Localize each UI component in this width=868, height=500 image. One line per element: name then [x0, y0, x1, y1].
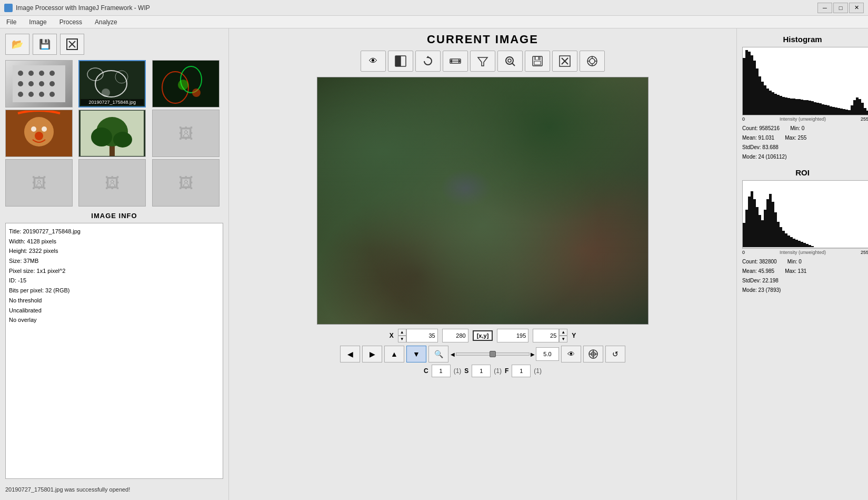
menu-image[interactable]: Image: [27, 17, 48, 27]
close-image-toolbar-button[interactable]: [552, 51, 577, 72]
minimize-button[interactable]: ─: [817, 3, 832, 13]
menu-analyze[interactable]: Analyze: [93, 17, 119, 27]
current-image-title: CURRENT IMAGE: [427, 33, 538, 46]
x-spin-up[interactable]: ▲: [398, 329, 406, 336]
hist-axis-max: 255: [861, 116, 868, 122]
hist-mean: Mean: 91.031: [742, 133, 774, 143]
rotate-button[interactable]: [415, 51, 441, 72]
x-spinners[interactable]: ▲ ▼: [398, 329, 406, 342]
status-bar: 20190727_175801.jpg was successfully ope…: [5, 484, 223, 495]
filter-button[interactable]: [470, 51, 495, 72]
menu-file[interactable]: File: [4, 17, 18, 27]
svg-point-14: [39, 92, 44, 97]
svg-rect-120: [753, 199, 756, 249]
thumbnail-7[interactable]: 🖼: [5, 159, 73, 207]
prev-icon: ◀: [347, 350, 353, 358]
zoom-search-button[interactable]: [497, 51, 523, 72]
zoom-slider[interactable]: [456, 352, 530, 356]
hist-min: Min: 0: [790, 124, 804, 133]
svg-point-25: [192, 89, 201, 97]
thumbnail-2[interactable]: 20190727_175848.jpg: [78, 60, 146, 107]
svg-rect-68: [748, 52, 751, 115]
zoom-button[interactable]: 🔍: [428, 346, 448, 362]
view-button[interactable]: 👁: [361, 51, 386, 72]
thumbnail-9[interactable]: 🖼: [152, 159, 220, 207]
svg-rect-125: [766, 199, 769, 249]
floppy-icon: [532, 55, 543, 67]
svg-rect-112: [864, 108, 866, 115]
zoom-value-input[interactable]: 5.0: [536, 347, 559, 361]
thumbnail-1[interactable]: [5, 60, 73, 107]
settings-button[interactable]: [580, 51, 605, 72]
svg-rect-104: [843, 109, 845, 115]
svg-point-19: [102, 89, 110, 97]
histogram-svg: [743, 47, 868, 115]
svg-point-45: [506, 57, 513, 64]
svg-rect-90: [806, 100, 809, 115]
svg-rect-98: [827, 105, 830, 115]
svg-line-46: [512, 63, 515, 66]
f-input[interactable]: 1: [512, 365, 531, 377]
maximize-button[interactable]: □: [833, 3, 848, 13]
s-max: (1): [494, 367, 502, 375]
overlay-button[interactable]: [583, 346, 603, 362]
down-button[interactable]: ▼: [406, 346, 426, 362]
roi-title: ROI: [795, 168, 810, 177]
down-icon: ▼: [413, 350, 420, 358]
svg-point-8: [18, 81, 23, 86]
info-line-2: Width: 4128 pixels: [9, 237, 220, 247]
z-spin-up[interactable]: ▲: [559, 329, 567, 336]
left-panel: 📂 💾: [0, 28, 229, 500]
c-input[interactable]: 1: [432, 365, 451, 377]
roi-min: Min: 0: [787, 257, 802, 267]
svg-rect-126: [769, 194, 772, 249]
overlay-icon: [588, 349, 598, 359]
view-nav-button[interactable]: 👁: [561, 346, 581, 362]
svg-rect-38: [395, 56, 401, 66]
thumbnail-8[interactable]: 🖼: [78, 159, 146, 207]
save-button[interactable]: 💾: [33, 34, 57, 55]
next-button[interactable]: ▶: [362, 346, 382, 362]
y-coord-input[interactable]: 195: [497, 329, 528, 342]
thumbnail-6[interactable]: 🖼: [152, 110, 220, 157]
thumbnail-3[interactable]: [152, 60, 220, 107]
close-image-button[interactable]: [60, 34, 84, 55]
window-controls[interactable]: ─ □ ✕: [817, 3, 864, 13]
flip-button[interactable]: [443, 51, 468, 72]
svg-rect-66: [743, 58, 745, 115]
save-image-button[interactable]: [525, 51, 550, 72]
thumbnail-grid: 20190727_175848.jpg: [5, 60, 223, 207]
z-spin-down[interactable]: ▼: [559, 336, 567, 342]
z-spinners[interactable]: ▲ ▼: [559, 329, 567, 342]
reset-button[interactable]: ↺: [605, 346, 625, 362]
contrast-button[interactable]: [388, 51, 413, 72]
prev-button[interactable]: ◀: [340, 346, 360, 362]
main-image-container[interactable]: [317, 77, 648, 325]
close-button[interactable]: ✕: [849, 3, 864, 13]
z-value-input[interactable]: 25: [533, 329, 559, 342]
svg-rect-51: [536, 57, 538, 60]
thumbnail-5[interactable]: [78, 110, 146, 157]
image-toolbar: 👁: [361, 51, 605, 72]
svg-rect-123: [761, 220, 764, 249]
s-input[interactable]: 1: [472, 365, 491, 377]
x-input[interactable]: 35: [406, 329, 438, 342]
roi-chart: [742, 180, 868, 249]
menu-process[interactable]: Process: [57, 17, 84, 27]
roi-mean: Mean: 45.985: [742, 267, 774, 276]
eye-icon: 👁: [369, 56, 377, 66]
image-info-title: IMAGE INFO: [5, 212, 223, 220]
up-button[interactable]: ▲: [384, 346, 404, 362]
thumbnail-4[interactable]: [5, 110, 73, 157]
svg-rect-72: [759, 76, 761, 115]
info-line-9: Uncalibrated: [9, 306, 220, 316]
x-spin-down[interactable]: ▼: [398, 336, 406, 342]
empty-placeholder-6: 🖼: [178, 125, 193, 142]
open-button[interactable]: 📂: [5, 34, 29, 55]
svg-point-12: [18, 92, 23, 97]
svg-rect-71: [756, 68, 759, 115]
pixel-value-input[interactable]: 280: [442, 329, 468, 342]
hist-max: Max: 255: [785, 133, 806, 143]
svg-point-30: [35, 132, 43, 140]
f-label: F: [505, 367, 508, 375]
